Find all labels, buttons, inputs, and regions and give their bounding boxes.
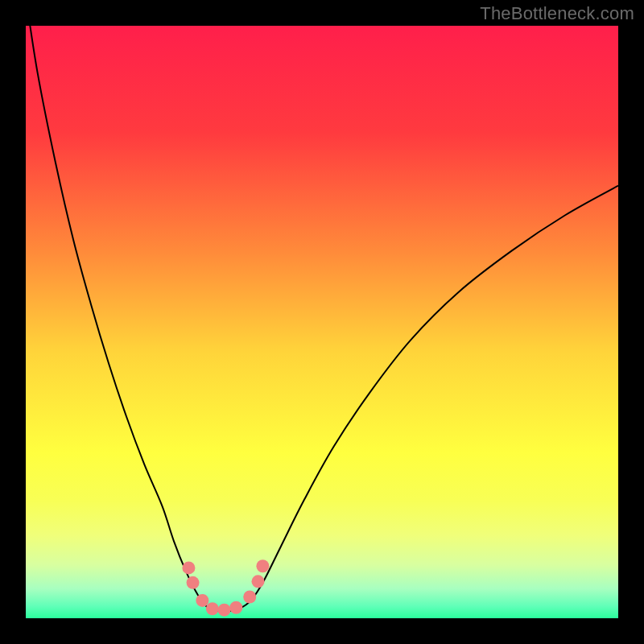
curve-marker (187, 576, 200, 589)
curve-marker (206, 602, 219, 615)
curve-marker (256, 559, 269, 572)
curve-marker (252, 575, 265, 588)
curve-markers (182, 559, 269, 616)
curve-layer (26, 26, 618, 618)
plot-area (26, 26, 618, 618)
watermark-text: TheBottleneck.com (480, 3, 634, 24)
curve-marker (182, 561, 195, 574)
bottleneck-curve (26, 26, 618, 611)
chart-frame: TheBottleneck.com (0, 0, 644, 644)
curve-marker (229, 601, 242, 614)
curve-marker (196, 594, 208, 607)
curve-marker (218, 604, 231, 617)
curve-marker (243, 591, 256, 604)
